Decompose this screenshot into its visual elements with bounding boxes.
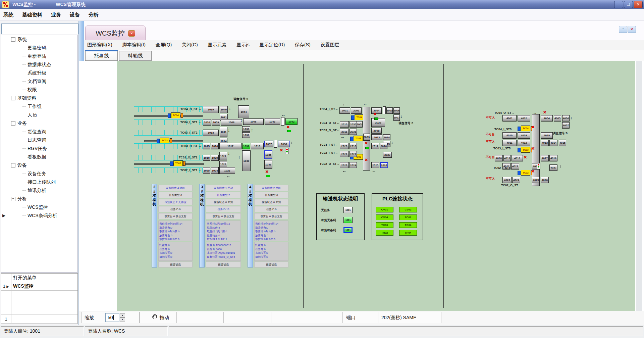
sidebar-item-13[interactable]: RGV任务 [1,144,77,153]
menu-item-0[interactable]: 系统 [3,12,13,18]
panel-alarm-row[interactable]: 报警状态 [206,261,241,268]
sidebar-item-0[interactable]: −系统 [1,35,77,44]
sidebar-item-4[interactable]: 系统升级 [1,69,77,77]
conveyor-block-1015[interactable]: 1015 [203,143,210,149]
conveyor-block-2022[interactable]: 2022 [340,151,349,157]
plc-cell-TH02[interactable]: TH02 [376,230,393,236]
plc-cell-TC02[interactable]: TC02 [399,214,417,220]
conveyor-block-1018[interactable]: 1018 [251,143,264,149]
collapse-icon[interactable]: − [11,197,15,201]
stacker-crane-TC04[interactable]: TC04 [168,112,183,119]
conveyor-block-1013[interactable]: 1013 [203,130,219,136]
stepper-down-icon[interactable]: ▼ [120,318,125,322]
sidebar-item-3[interactable]: 数据库状态 [1,60,77,69]
conveyor-block-1038[interactable]: 1038 [278,141,290,147]
conveyor-block-2007[interactable]: 2007 [393,114,400,121]
conveyor-block-4026[interactable]: 4026 [541,177,549,183]
zoom-input[interactable]: 50 [105,313,119,322]
conveyor-block-1010[interactable]: 1010 [203,119,211,126]
conveyor-block-1011[interactable]: 1011 [220,127,227,137]
conveyor-block-4032[interactable]: 4032 [518,115,530,122]
conveyor-block-2020[interactable]: 2020 [340,143,349,149]
sidebar-item-6[interactable]: 权限 [1,86,77,94]
conveyor-block-4007[interactable]: 4007 [562,122,570,129]
sidebar-item-15[interactable]: −设备 [1,161,77,170]
conveyor-block-2010[interactable]: 2010 [340,121,349,128]
sidebar-item-8[interactable]: 工作组 [1,102,77,111]
conveyor-block-4009[interactable]: 4009 [518,132,530,139]
conveyor-block-1042[interactable]: 1042 [285,118,298,125]
conveyor-block-4025[interactable]: 4025 [532,177,540,183]
conveyor-block-1023[interactable]: 1023 [219,167,235,174]
conveyor-block-1025[interactable]: 1025 [203,167,210,174]
conveyor-block-1008[interactable]: 1008 [221,119,242,126]
conveyor-block-1035[interactable]: 1035 [264,150,272,159]
tab-close-icon[interactable]: ✕ [128,30,135,37]
subtab-1[interactable]: 料箱线 [119,51,152,61]
sidebar-item-5[interactable]: 文档查阅 [1,77,77,86]
menu-item-3[interactable]: 设备 [70,12,80,18]
conveyor-block-2003[interactable]: 2003 [363,134,370,141]
toolbar-item-2[interactable]: 全屏(Q) [156,42,172,48]
monitor-canvas[interactable] [117,61,635,311]
toolbar-item-6[interactable]: 显示定位(D) [260,42,285,48]
conveyor-block-1036[interactable]: 1036 [264,160,272,169]
sidebar-item-2[interactable]: 重新登陆 [1,52,77,60]
conveyor-block-1006[interactable]: 1006 [243,118,264,125]
conveyor-block-4017[interactable]: 4017 [541,155,549,161]
menu-item-1[interactable]: 基础资料 [22,12,42,18]
sidebar-item-18[interactable]: 通讯分析 [1,186,77,195]
conveyor-block-4010[interactable]: 4010 [502,132,517,139]
conveyor-block-2025[interactable]: 2025 [371,162,379,168]
conveyor-block-4014[interactable]: 4014 [549,140,557,146]
conveyor-block-2027[interactable]: 2027 [383,152,392,158]
panel-alarm-row[interactable]: 报警状态 [254,261,288,268]
conveyor-block-1019[interactable]: 1019 [203,155,210,161]
sidebar-item-17[interactable]: 接口上传队列 [1,178,77,186]
toolbar-item-0[interactable]: 图形编辑(X) [87,42,112,48]
sidebar-item-12[interactable]: 日志查询 [1,136,77,144]
conveyor-block-2021[interactable]: 2021 [350,151,357,157]
conveyor-block-1016[interactable]: 1016 [211,143,219,149]
stacker-crane-TC02[interactable]: TC02 [170,160,186,167]
minimize-button[interactable]: ─ [614,1,623,8]
sidebar-item-14[interactable]: 看板数据 [1,153,77,161]
conveyor-block-2008[interactable]: 2008 [371,128,382,134]
sidebar-item-16[interactable]: 设备任务 [1,170,77,178]
conveyor-block-4021[interactable]: 4021 [511,163,519,170]
close-button[interactable]: ✕ [634,1,643,8]
conveyor-block-1043[interactable]: 1043 [265,118,280,125]
sidebar-item-20[interactable]: WCS监控 [1,203,77,211]
toolbar-item-1[interactable]: 脚本编辑(I) [122,42,146,48]
conveyor-block-4027[interactable]: 4027 [549,164,557,171]
conveyor-block-2023[interactable]: 2023 [340,162,349,168]
toolbar-item-8[interactable]: 设置图层 [321,42,339,48]
sidebar-item-1[interactable]: 更换密码 [1,44,77,52]
collapse-icon[interactable]: − [11,121,15,126]
conveyor-block-4013[interactable]: 4013 [541,140,549,146]
conveyor-block-2009[interactable]: 2009 [357,121,363,128]
conveyor-block-4024[interactable]: 4024 [512,177,520,183]
sidebar-item-19[interactable]: −分析 [1,195,77,203]
conveyor-block-4020[interactable]: 4020 [495,155,503,161]
plc-cell-CV04[interactable]: CV04 [376,214,393,220]
conveyor-block-1022[interactable]: 1022 [219,161,227,167]
panel-alarm-row[interactable]: 报警状态 [158,261,193,268]
conveyor-block-2016[interactable]: 2016 [380,143,387,149]
conveyor-block-1037[interactable]: 1037 [264,141,273,147]
conveyor-block-1009[interactable]: 1009 [212,119,220,126]
conveyor-block-1021[interactable]: 1021 [219,152,227,160]
toolbar-item-5[interactable]: 显示js [237,42,250,48]
maximize-button[interactable]: ❐ [624,1,633,8]
canvas-scrollbar[interactable] [636,61,642,311]
conveyor-block-4016[interactable]: 4016 [549,155,557,161]
conveyor-block-4012[interactable]: 4012 [518,140,530,146]
conveyor-block-2018[interactable]: 2018 [350,143,357,149]
conveyor-block-1020[interactable]: 1020 [211,155,219,161]
tab-wcs-monitor[interactable]: WCS监控 ✕ [85,26,146,41]
menu-item-4[interactable]: 分析 [89,12,99,18]
conveyor-block-2030[interactable]: 2030 [350,121,357,128]
conveyor-block-1040[interactable]: 1040 [220,106,228,113]
conveyor-block-1017[interactable]: 1017 [219,143,241,149]
conveyor-block-1032[interactable]: 1032 [242,132,250,138]
